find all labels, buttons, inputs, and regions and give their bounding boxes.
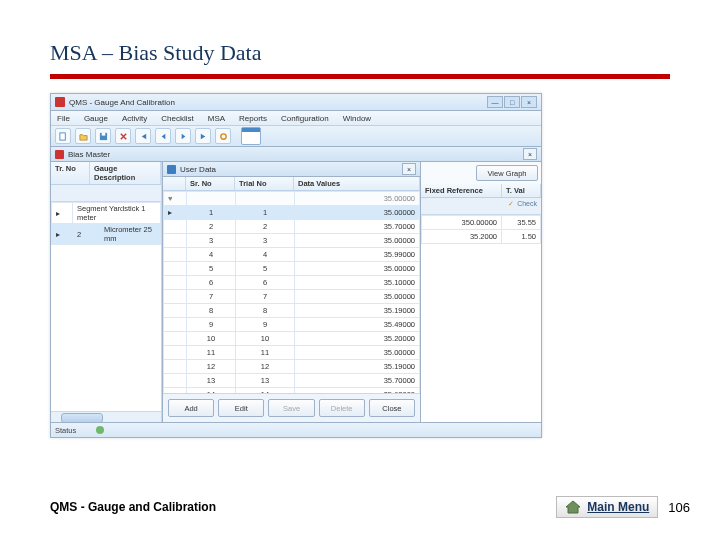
dialog-grid: ♥ 35.00000 ▸1135.000002235.700003335.000… [163,191,420,393]
data-row[interactable]: 5535.00000 [164,262,420,276]
right-pane: View Graph Fixed Reference T. Val ✓ Chec… [421,162,541,422]
svg-rect-0 [59,132,64,139]
toolbar [51,126,541,147]
home-icon [565,500,581,514]
status-indicator-icon [96,426,104,434]
data-row[interactable]: 8835.19000 [164,304,420,318]
dialog-button-bar: Add Edit Save Delete Close [163,393,420,422]
data-row[interactable]: 101035.20000 [164,332,420,346]
data-row[interactable]: 4435.99000 [164,248,420,262]
left-row-group[interactable]: ▸Segment Yardstick 1 meter [52,203,161,224]
col-datavalues[interactable]: Data Values [294,177,420,190]
check-label[interactable]: Check [517,200,537,212]
dialog-title: User Data [180,165,216,174]
menu-msa[interactable]: MSA [208,114,225,123]
subwindow-header: Bias Master × [51,147,541,162]
slide-footer: QMS - Gauge and Calibration Main Menu 10… [50,496,690,518]
view-graph-button[interactable]: View Graph [476,165,538,181]
data-row[interactable]: ▸1135.00000 [164,206,420,220]
right-grid: 350.00000 35.55 35.2000 1.50 [421,215,541,422]
col-tval[interactable]: T. Val [502,184,541,197]
tool-refresh-icon[interactable] [215,128,231,144]
data-row[interactable]: 3335.00000 [164,234,420,248]
tool-delete-icon[interactable] [115,128,131,144]
left-grid: ▸Segment Yardstick 1 meter ▸ 2 Micromete… [51,202,161,411]
close-button[interactable]: × [521,96,537,108]
right-row-2[interactable]: 35.2000 1.50 [422,230,541,244]
data-row[interactable]: 7735.00000 [164,290,420,304]
data-row[interactable]: 9935.49000 [164,318,420,332]
data-row[interactable]: 111135.00000 [164,346,420,360]
minimize-button[interactable]: — [487,96,503,108]
main-menu-label: Main Menu [587,500,649,514]
dialog-header: User Data × [163,162,420,177]
right-row-1[interactable]: 350.00000 35.55 [422,216,541,230]
tool-save-icon[interactable] [95,128,111,144]
check-icon[interactable]: ✓ [508,200,514,212]
app-window: QMS - Gauge And Calibration — □ × File G… [50,93,542,438]
title-underline [50,74,670,79]
left-header-desc[interactable]: Gauge Description [90,162,161,184]
subwindow-title: Bias Master [68,150,110,159]
subwindow-close-icon[interactable]: × [523,148,537,160]
tool-calendar-icon[interactable] [241,127,261,145]
svg-rect-2 [101,132,105,135]
right-tool-row: ✓ Check [421,198,541,215]
tool-next-icon[interactable] [175,128,191,144]
data-row[interactable]: 2235.70000 [164,220,420,234]
dialog-close-icon[interactable]: × [402,163,416,175]
menu-reports[interactable]: Reports [239,114,267,123]
footer-text: QMS - Gauge and Calibration [50,500,216,514]
left-row-selected[interactable]: ▸ 2 Micrometer 25 mm [52,224,161,245]
svg-point-3 [220,133,225,138]
status-bar: Status [51,422,541,437]
data-row[interactable]: 131335.70000 [164,374,420,388]
app-icon [55,97,65,107]
status-label: Status [55,426,76,435]
col-fixedref[interactable]: Fixed Reference [421,184,502,197]
data-row[interactable]: 6635.10000 [164,276,420,290]
left-scrollbar[interactable] [51,411,161,422]
tool-last-icon[interactable] [195,128,211,144]
maximize-button[interactable]: □ [504,96,520,108]
left-pane: Tr. No Gauge Description ▸Segment Yardst… [51,162,162,422]
dialog-column-headers: Sr. No Trial No Data Values [163,177,420,191]
menu-activity[interactable]: Activity [122,114,147,123]
menu-configuration[interactable]: Configuration [281,114,329,123]
subwindow-icon [55,150,64,159]
window-title-text: QMS - Gauge And Calibration [69,98,175,107]
page-number: 106 [668,500,690,515]
user-data-dialog: User Data × Sr. No Trial No Data Values … [162,162,421,422]
save-button[interactable]: Save [268,399,314,417]
workspace: Tr. No Gauge Description ▸Segment Yardst… [51,162,541,422]
menu-window[interactable]: Window [343,114,371,123]
dialog-icon [167,165,176,174]
left-grouping-row [51,185,161,202]
col-srno[interactable]: Sr. No [186,177,235,190]
edit-button[interactable]: Edit [218,399,264,417]
tool-new-icon[interactable] [55,128,71,144]
delete-button[interactable]: Delete [319,399,365,417]
menu-bar: File Gauge Activity Checklist MSA Report… [51,111,541,126]
add-button[interactable]: Add [168,399,214,417]
data-row[interactable]: 121235.19000 [164,360,420,374]
left-header-trno[interactable]: Tr. No [51,162,90,184]
menu-checklist[interactable]: Checklist [161,114,193,123]
tool-prev-icon[interactable] [155,128,171,144]
right-column-headers: Fixed Reference T. Val [421,184,541,198]
dialog-close-button[interactable]: Close [369,399,415,417]
menu-gauge[interactable]: Gauge [84,114,108,123]
filter-row[interactable]: ♥ 35.00000 [164,192,420,206]
window-titlebar: QMS - Gauge And Calibration — □ × [51,94,541,111]
tool-first-icon[interactable] [135,128,151,144]
main-menu-button[interactable]: Main Menu [556,496,658,518]
left-column-headers: Tr. No Gauge Description [51,162,161,185]
col-trialno[interactable]: Trial No [235,177,294,190]
tool-open-icon[interactable] [75,128,91,144]
menu-file[interactable]: File [57,114,70,123]
slide-title: MSA – Bias Study Data [50,40,670,66]
